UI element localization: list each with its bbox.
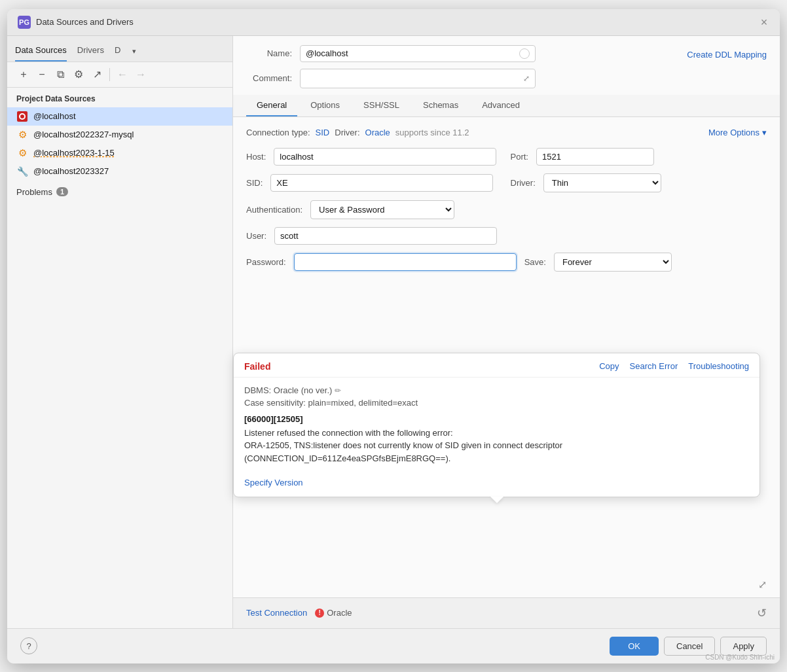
host-input[interactable] [274, 148, 496, 166]
port-input[interactable] [536, 148, 654, 166]
error-popup: Failed Copy Search Error Troubleshooting… [233, 353, 760, 498]
forward-button[interactable]: → [132, 66, 149, 83]
password-input[interactable] [294, 253, 517, 271]
name-input-circle [519, 48, 530, 59]
sidebar-item-mysql2[interactable]: ⚙ @localhost2023-1-15 [7, 144, 232, 162]
detail-panel: Name: @localhost Create DDL Mapping Comm… [233, 36, 780, 628]
sidebar-item-label-1: @localhost2022327-mysql [33, 130, 134, 139]
main-window: PG Data Sources and Drivers × Data Sourc… [7, 9, 780, 663]
test-connection-link[interactable]: Test Connection [246, 608, 307, 618]
auth-label: Authentication: [246, 205, 302, 215]
test-status-dot [315, 609, 324, 618]
test-status-label: Oracle [327, 608, 352, 618]
problems-badge: 1 [56, 187, 68, 196]
save-label: Save: [524, 257, 546, 267]
error-popup-header: Failed Copy Search Error Troubleshooting [234, 353, 760, 378]
remove-button[interactable]: − [33, 66, 50, 83]
test-status: Oracle [315, 608, 352, 618]
test-connection-bar: Test Connection Oracle ↺ [233, 597, 780, 628]
error-dbms: DBMS: Oracle (no ver.) ✏ [244, 385, 749, 395]
tab-schemas[interactable]: Schemas [412, 95, 469, 116]
sid-driver-row: SID: Driver: Thin OCI [246, 173, 767, 192]
error-body: DBMS: Oracle (no ver.) ✏ Case sensitivit… [234, 378, 760, 473]
close-button[interactable]: × [759, 17, 769, 27]
user-row: User: [246, 227, 767, 245]
driver-since: supports since 11.2 [395, 128, 469, 137]
sidebar-toolbar: + − ⧉ ⚙ ↗ ← → [7, 62, 232, 88]
refresh-button[interactable]: ↺ [757, 606, 767, 620]
driver-select[interactable]: Thin OCI [543, 173, 661, 192]
tab-general[interactable]: General [246, 95, 297, 116]
sidebar-item-localhost[interactable]: @localhost [7, 107, 232, 126]
url-expand: ⤢ [758, 578, 767, 591]
auth-select[interactable]: User & Password No auth [310, 200, 454, 219]
watermark: CSDN @Kudo Shin-ichi [705, 654, 775, 661]
detail-header: Name: @localhost Create DDL Mapping Comm… [233, 36, 780, 95]
sid-label: SID: [246, 178, 263, 188]
sidebar-item-mysql[interactable]: ⚙ @localhost2022327-mysql [7, 126, 232, 144]
connection-type-row: Connection type: SID Driver: Oracle supp… [246, 128, 767, 137]
user-input[interactable] [274, 227, 497, 245]
back-button[interactable]: ← [114, 66, 131, 83]
problems-section: Problems 1 [7, 181, 232, 203]
connection-type-value[interactable]: SID [316, 128, 330, 137]
password-row: Password: Save: Forever Never Until rest… [246, 253, 767, 272]
url-expand-icon[interactable]: ⤢ [758, 579, 767, 590]
copy-button[interactable]: ⧉ [52, 66, 69, 83]
search-error-link[interactable]: Search Error [630, 361, 678, 371]
other-icon: 🔧 [16, 166, 28, 177]
ok-button[interactable]: OK [610, 637, 659, 656]
add-button[interactable]: + [15, 66, 32, 83]
detail-body: Connection type: SID Driver: Oracle supp… [233, 117, 780, 597]
comment-label: Comment: [246, 73, 292, 83]
more-options-link[interactable]: More Options ▾ [708, 128, 767, 137]
bottom-buttons: ? OK Cancel Apply [7, 628, 780, 663]
tab-data-sources[interactable]: Data Sources [15, 41, 67, 62]
cancel-button[interactable]: Cancel [664, 637, 715, 656]
driver-meta-value[interactable]: Oracle [365, 128, 390, 137]
create-ddl-link[interactable]: Create DDL Mapping [687, 47, 767, 60]
specify-version-link[interactable]: Specify Version [234, 472, 314, 497]
chevron-down-icon: ▾ [762, 128, 767, 137]
apply-button[interactable]: Apply [720, 637, 767, 656]
port-label: Port: [511, 152, 528, 162]
name-input-container: @localhost [300, 45, 536, 62]
detail-tabs: General Options SSH/SSL Schemas Advanced [233, 95, 780, 117]
export-button[interactable]: ↗ [88, 66, 105, 83]
sidebar: Data Sources Drivers D ▾ + − ⧉ ⚙ ↗ ← → P… [7, 36, 233, 628]
sidebar-item-other[interactable]: 🔧 @localhost2023327 [7, 162, 232, 181]
tab-sshssl[interactable]: SSH/SSL [353, 95, 410, 116]
mysql-icon: ⚙ [16, 129, 28, 141]
tab-advanced[interactable]: Advanced [471, 95, 530, 116]
app-icon: PG [18, 16, 31, 29]
tab-dropdown-icon[interactable]: ▾ [132, 47, 136, 56]
tab-drivers[interactable]: Drivers [77, 41, 104, 62]
edit-icon[interactable]: ✏ [335, 386, 341, 395]
connection-type-label: Connection type: [246, 128, 310, 137]
sidebar-item-label-2: @localhost2023-1-15 [33, 148, 115, 158]
password-label: Password: [246, 257, 286, 267]
main-content: Data Sources Drivers D ▾ + − ⧉ ⚙ ↗ ← → P… [7, 36, 780, 628]
help-button[interactable]: ? [20, 637, 37, 654]
toolbar-separator [109, 68, 110, 81]
sidebar-item-label-0: @localhost [33, 111, 76, 121]
oracle-icon [16, 111, 28, 122]
name-label: Name: [246, 48, 292, 58]
mysql2-icon: ⚙ [16, 147, 28, 159]
troubleshooting-link[interactable]: Troubleshooting [688, 361, 749, 371]
expand-icon: ⤢ [523, 74, 530, 83]
sid-input[interactable] [270, 174, 493, 192]
save-select[interactable]: Forever Never Until restart [554, 253, 672, 272]
auth-row: Authentication: User & Password No auth [246, 200, 767, 219]
name-value: @localhost [306, 48, 514, 58]
error-case-sensitivity: Case sensitivity: plain=mixed, delimited… [244, 398, 749, 408]
tab-d[interactable]: D [115, 41, 120, 62]
settings-button[interactable]: ⚙ [70, 66, 87, 83]
titlebar: PG Data Sources and Drivers × [7, 9, 780, 36]
comment-input-container[interactable]: ⤢ [300, 69, 536, 88]
copy-link[interactable]: Copy [599, 361, 619, 371]
tab-options[interactable]: Options [300, 95, 350, 116]
host-port-row: Host: Port: [246, 148, 767, 166]
error-actions: Copy Search Error Troubleshooting [599, 361, 749, 371]
right-buttons: OK Cancel Apply [610, 637, 767, 656]
